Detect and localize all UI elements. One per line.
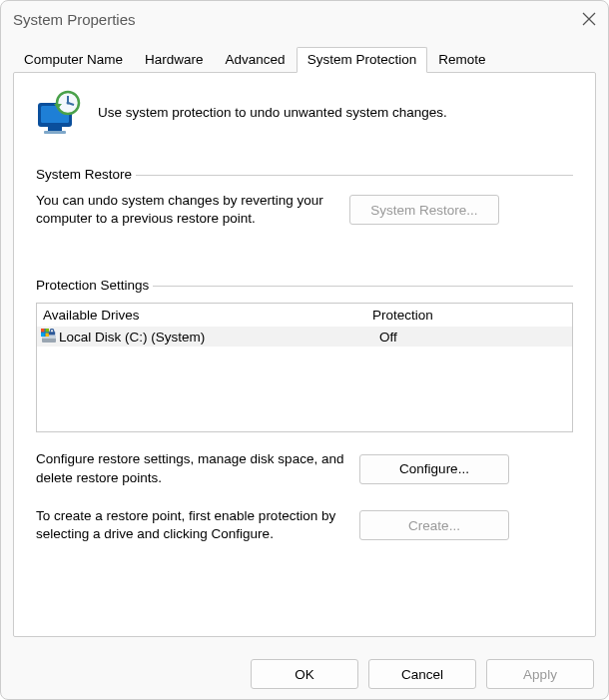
drive-icon	[41, 329, 57, 345]
cancel-button[interactable]: Cancel	[368, 659, 476, 689]
tab-advanced[interactable]: Advanced	[215, 47, 297, 72]
tab-computer-name[interactable]: Computer Name	[13, 47, 134, 72]
column-header-drives: Available Drives	[43, 308, 372, 323]
svg-rect-4	[48, 127, 62, 131]
drive-protection-status: Off	[379, 330, 568, 345]
group-label-protection-settings: Protection Settings	[36, 278, 149, 293]
drive-name: Local Disk (C:) (System)	[59, 330, 379, 345]
drives-table: Available Drives Protection	[36, 303, 573, 432]
svg-rect-14	[46, 329, 50, 333]
tab-system-protection[interactable]: System Protection	[297, 47, 428, 73]
tab-strip: Computer Name Hardware Advanced System P…	[13, 37, 596, 72]
svg-rect-5	[44, 131, 66, 134]
titlebar: System Properties	[1, 1, 608, 37]
svg-rect-13	[41, 329, 45, 333]
tab-remote[interactable]: Remote	[427, 47, 496, 72]
svg-rect-15	[41, 334, 45, 338]
system-restore-button[interactable]: System Restore...	[349, 195, 499, 225]
ok-button[interactable]: OK	[251, 659, 358, 689]
system-restore-description: You can undo system changes by reverting…	[36, 192, 335, 228]
drive-row[interactable]: Local Disk (C:) (System) Off	[37, 327, 572, 347]
group-divider	[136, 175, 573, 176]
dialog-footer: OK Cancel Apply	[1, 649, 608, 699]
apply-button[interactable]: Apply	[486, 659, 594, 689]
group-label-system-restore: System Restore	[36, 167, 132, 182]
create-button[interactable]: Create...	[359, 510, 509, 540]
create-description: To create a restore point, first enable …	[36, 507, 345, 543]
configure-description: Configure restore settings, manage disk …	[36, 450, 345, 486]
system-protection-icon	[36, 89, 84, 137]
window-title: System Properties	[13, 11, 136, 28]
configure-button[interactable]: Configure...	[359, 454, 509, 484]
group-divider	[153, 286, 573, 287]
header-message: Use system protection to undo unwanted s…	[98, 105, 447, 121]
svg-point-9	[67, 102, 70, 105]
tab-panel-system-protection: Use system protection to undo unwanted s…	[13, 72, 596, 637]
svg-rect-16	[46, 334, 50, 338]
column-header-protection: Protection	[372, 308, 566, 323]
system-properties-window: System Properties Computer Name Hardware…	[0, 0, 609, 700]
close-icon[interactable]	[582, 12, 596, 26]
tab-hardware[interactable]: Hardware	[134, 47, 215, 72]
